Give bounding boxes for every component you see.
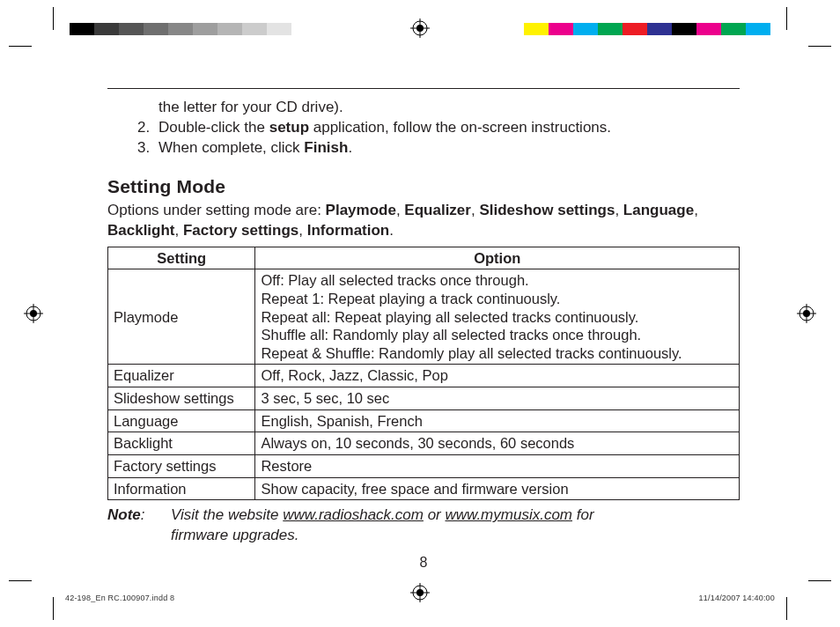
slug-datetime: 11/14/2007 14:40:00: [699, 594, 775, 602]
setting-cell: Slideshow settings: [108, 387, 255, 410]
table-row: PlaymodeOff: Play all selected tracks on…: [108, 269, 740, 365]
swatch: [696, 23, 721, 35]
option-cell: Off: Play all selected tracks once throu…: [255, 269, 740, 365]
swatch: [291, 23, 316, 35]
option-line: English, Spanish, French: [261, 412, 733, 431]
crop-mark: [53, 7, 54, 30]
crop-mark: [786, 7, 787, 30]
option-line: Off: Play all selected tracks once throu…: [261, 271, 733, 290]
crop-mark: [808, 580, 831, 581]
table-row: EqualizerOff, Rock, Jazz, Classic, Pop: [108, 365, 740, 387]
table-row: InformationShow capacity, free space and…: [108, 477, 740, 500]
option-line: Repeat & Shuffle: Randomly play all sele…: [261, 344, 733, 363]
setting-cell: Equalizer: [108, 365, 255, 387]
swatch: [217, 23, 242, 35]
option-line: Off, Rock, Jazz, Classic, Pop: [261, 366, 733, 385]
crop-mark: [9, 580, 32, 581]
section-heading: Setting Mode: [107, 176, 740, 197]
step-text: Double-click the setup application, foll…: [158, 118, 611, 138]
option-line: Restore: [261, 457, 733, 476]
option-line: Show capacity, free space and firmware v…: [261, 480, 733, 498]
setting-cell: Information: [108, 477, 255, 500]
option-cell: Off, Rock, Jazz, Classic, Pop: [255, 365, 740, 387]
step-number: 2.: [137, 118, 158, 138]
note-body: Visit the website www.radioshack.com or …: [171, 505, 740, 546]
registration-mark-icon: [24, 304, 43, 323]
page-number: 8: [107, 555, 740, 571]
swatch: [193, 23, 217, 35]
setting-cell: Backlight: [108, 432, 255, 455]
swatch: [721, 23, 746, 35]
registration-mark-icon: [410, 18, 430, 38]
swatch: [647, 23, 672, 35]
grayscale-swatch-bar: [70, 23, 316, 35]
swatch: [267, 23, 291, 35]
swatch: [242, 23, 267, 35]
link-radioshack: www.radioshack.com: [283, 506, 424, 523]
crop-mark: [808, 46, 831, 47]
page-content: the letter for your CD drive). 2. Double…: [107, 88, 740, 571]
table-row: BacklightAlways on, 10 seconds, 30 secon…: [108, 432, 740, 455]
note-block: Note: Visit the website www.radioshack.c…: [107, 505, 740, 546]
settings-table: Setting Option PlaymodeOff: Play all sel…: [107, 247, 740, 501]
step-text: When complete, click Finish.: [158, 138, 352, 159]
swatch: [598, 23, 623, 35]
option-cell: Always on, 10 seconds, 30 seconds, 60 se…: [255, 432, 740, 455]
crop-mark: [9, 46, 32, 47]
intro-bold-item: Slideshow settings: [479, 202, 615, 218]
instruction-step-3: 3. When complete, click Finish.: [137, 138, 740, 159]
section-intro: Options under setting mode are: Playmode…: [107, 201, 740, 241]
instruction-continuation: the letter for your CD drive).: [158, 98, 740, 118]
instruction-block: the letter for your CD drive). 2. Double…: [137, 98, 740, 159]
crop-mark: [53, 597, 54, 620]
table-header-setting: Setting: [108, 247, 255, 269]
option-cell: 3 sec, 5 sec, 10 sec: [255, 387, 740, 410]
option-line: Repeat 1: Repeat playing a track continu…: [261, 290, 733, 308]
intro-bold-item: Backlight: [107, 222, 175, 239]
instruction-step-2: 2. Double-click the setup application, f…: [137, 118, 740, 138]
swatch: [144, 23, 168, 35]
option-line: Shuffle all: Randomly play all selected …: [261, 326, 733, 344]
setting-cell: Playmode: [108, 269, 255, 365]
swatch: [672, 23, 696, 35]
swatch: [70, 23, 94, 35]
table-row: LanguageEnglish, Spanish, French: [108, 409, 740, 432]
intro-bold-item: Factory settings: [183, 222, 298, 239]
intro-bold-item: Information: [307, 222, 390, 239]
swatch: [119, 23, 144, 35]
swatch: [746, 23, 770, 35]
intro-bold-item: Equalizer: [404, 202, 471, 218]
swatch: [623, 23, 647, 35]
intro-bold-item: Language: [623, 202, 694, 218]
slug-filename: 42-198_En RC.100907.indd 8: [65, 594, 174, 602]
swatch: [94, 23, 119, 35]
note-label: Note:: [107, 505, 171, 546]
color-swatch-bar: [524, 23, 770, 35]
crop-mark: [786, 597, 787, 620]
swatch: [573, 23, 598, 35]
option-cell: Show capacity, free space and firmware v…: [255, 477, 740, 500]
swatch: [168, 23, 193, 35]
setting-cell: Language: [108, 409, 255, 432]
option-line: Repeat all: Repeat playing all selected …: [261, 308, 733, 327]
swatch: [524, 23, 549, 35]
step-number: 3.: [137, 138, 158, 159]
option-line: 3 sec, 5 sec, 10 sec: [261, 389, 733, 408]
horizontal-rule: [107, 88, 740, 89]
setting-cell: Factory settings: [108, 454, 255, 477]
table-header-option: Option: [255, 247, 740, 269]
option-cell: Restore: [255, 454, 740, 477]
option-line: Always on, 10 seconds, 30 seconds, 60 se…: [261, 434, 733, 453]
registration-mark-icon: [797, 304, 816, 323]
link-mymusix: www.mymusix.com: [446, 506, 573, 523]
swatch: [549, 23, 573, 35]
print-slug-footer: 42-198_En RC.100907.indd 8 11/14/2007 14…: [65, 594, 775, 602]
intro-bold-item: Playmode: [326, 202, 396, 218]
table-row: Factory settingsRestore: [108, 454, 740, 477]
table-row: Slideshow settings3 sec, 5 sec, 10 sec: [108, 387, 740, 410]
option-cell: English, Spanish, French: [255, 409, 740, 432]
